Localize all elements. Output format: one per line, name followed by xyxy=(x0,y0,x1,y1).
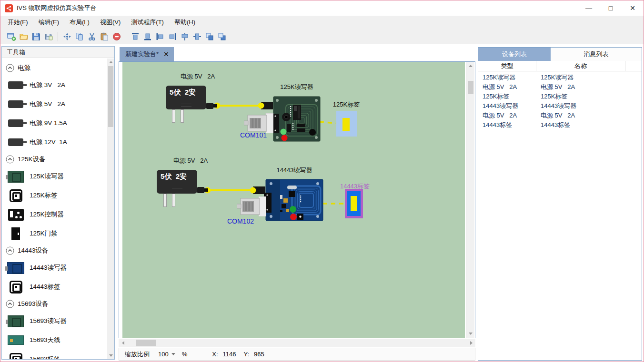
table-row[interactable]: 14443标签14443标签 xyxy=(478,120,642,130)
tab-message-list[interactable]: 消息列表 xyxy=(551,48,642,61)
table-row[interactable]: 14443读写器14443读写器 xyxy=(478,101,642,111)
power-adapter-2[interactable]: 5伏 2安 xyxy=(157,170,197,194)
toolbox-item-power-5v[interactable]: 电源 5V 2A xyxy=(2,95,107,114)
tag-125k[interactable] xyxy=(336,111,357,137)
minimize-button[interactable]: — xyxy=(578,0,600,16)
experiment-canvas[interactable]: 电源 5V 2A 5伏 2安 125K读写器 xyxy=(122,62,465,338)
statusbar: 缩放比例 100 % X: 1146 Y: 965 xyxy=(119,348,475,361)
column-type[interactable]: 类型 xyxy=(478,61,536,71)
scrollbar-thumb[interactable] xyxy=(108,66,113,127)
transform-button[interactable] xyxy=(61,30,73,43)
align-left-button[interactable] xyxy=(154,30,166,43)
save-as-button[interactable] xyxy=(42,30,55,43)
toolbox-group-125k[interactable]: 125K设备 xyxy=(2,152,107,167)
menu-help[interactable]: 帮助(H) xyxy=(169,16,201,29)
bring-to-front-button[interactable] xyxy=(203,30,216,43)
power2-label: 电源 5V 2A xyxy=(162,157,219,165)
toolbox-item-14443-reader[interactable]: 14443读写器 xyxy=(2,258,107,277)
power-adapter-icon xyxy=(2,81,30,89)
toolbox-item-power-3v[interactable]: 电源 3V 2A xyxy=(2,76,107,95)
column-name[interactable]: 名称 xyxy=(536,61,625,71)
toolbox-item-125k-reader[interactable]: 125K读写器 xyxy=(2,167,107,186)
menu-edit[interactable]: 编辑(E) xyxy=(33,16,64,29)
reader-125k[interactable] xyxy=(273,97,320,143)
scroll-right-icon[interactable] xyxy=(467,339,475,347)
toolbox-item-power-12v[interactable]: 电源 12V 1A xyxy=(2,133,107,152)
scroll-down-icon[interactable] xyxy=(466,330,475,338)
paste-button[interactable] xyxy=(98,30,111,43)
plug-prong xyxy=(172,194,175,207)
reader-14443[interactable] xyxy=(266,179,323,223)
percent-label: % xyxy=(182,351,188,358)
toolbox-group-14443[interactable]: 14443设备 xyxy=(2,243,107,258)
scroll-left-icon[interactable] xyxy=(119,339,127,347)
menubar: 开始(F) 编辑(E) 布局(L) 视图(V) 测试程序(T) 帮助(H) xyxy=(0,16,644,29)
toolbox-group-15693[interactable]: 15693设备 xyxy=(2,296,107,312)
table-row[interactable]: 电源 5V 2A电源 5V 2A xyxy=(478,111,642,120)
align-center-horizontal-button[interactable] xyxy=(179,30,191,43)
plug-prong xyxy=(163,194,167,207)
align-right-button[interactable] xyxy=(166,30,179,43)
scrollbar-thumb[interactable] xyxy=(136,340,156,346)
maximize-button[interactable]: □ xyxy=(600,0,622,16)
plug-prong xyxy=(172,109,175,123)
align-top-button[interactable] xyxy=(129,30,141,43)
tab-close-icon[interactable]: ✕ xyxy=(163,50,169,58)
power-adapter-icon xyxy=(2,100,30,108)
menu-test-program[interactable]: 测试程序(T) xyxy=(126,16,169,29)
canvas-vertical-scrollbar[interactable] xyxy=(466,62,474,338)
toolbox-item-15693-antenna[interactable]: 15693天线 xyxy=(2,331,107,350)
collapse-chevron-icon xyxy=(6,300,14,308)
zoom-select[interactable]: 100 xyxy=(158,351,175,358)
plug-tip xyxy=(213,104,217,108)
toolbox-item-125k-tag[interactable]: 125K标签 xyxy=(2,186,107,205)
menu-layout[interactable]: 布局(L) xyxy=(64,16,95,29)
send-to-back-button[interactable] xyxy=(216,30,228,43)
green-led xyxy=(290,206,296,213)
toolbox-item-15693-reader[interactable]: 15693读写器 xyxy=(2,312,107,331)
serial-connector-com102[interactable] xyxy=(237,196,266,218)
collapse-chevron-icon xyxy=(6,155,14,164)
workbench-panel: 新建实验台* ✕ 电源 xyxy=(119,47,475,361)
plug-stub xyxy=(197,187,204,193)
close-button[interactable]: ✕ xyxy=(622,0,644,16)
table-row[interactable]: 125K读写器125K读写器 xyxy=(478,73,642,82)
scrollbar-thumb[interactable] xyxy=(468,81,473,94)
menu-start[interactable]: 开始(F) xyxy=(2,16,33,29)
open-button[interactable] xyxy=(18,30,30,43)
table-row[interactable]: 125K标签125K标签 xyxy=(478,92,642,101)
power-adapter-icon xyxy=(2,119,30,127)
tab-new-workbench[interactable]: 新建实验台* ✕ xyxy=(120,47,174,61)
scroll-up-icon[interactable] xyxy=(107,59,114,66)
vent-lines xyxy=(181,104,191,107)
tab-device-list[interactable]: 设备列表 xyxy=(478,48,551,61)
reader1-label: 125K读写器 xyxy=(273,83,320,91)
app-window: IVS 物联网虚拟仿真实验平台 — □ ✕ 开始(F) 编辑(E) 布局(L) … xyxy=(0,0,644,362)
toolbox-scrollbar[interactable] xyxy=(107,59,114,359)
red-led xyxy=(282,135,288,141)
power-adapter-1[interactable]: 5伏 2安 xyxy=(166,86,206,109)
menu-view[interactable]: 视图(V) xyxy=(95,16,126,29)
new-button[interactable] xyxy=(5,30,18,43)
canvas-horizontal-scrollbar[interactable] xyxy=(119,339,475,347)
tag-14443[interactable] xyxy=(345,189,363,218)
toolbox-item-14443-tag[interactable]: 14443标签 xyxy=(2,277,107,296)
cursor-y-value: 965 xyxy=(254,351,264,358)
toolbox-item-power-9v[interactable]: 电源 9V 1.5A xyxy=(2,114,107,133)
toolbox-group-power[interactable]: 电源 xyxy=(2,60,107,76)
toolbox-item-15693-tag[interactable]: 15693标签 xyxy=(2,350,107,359)
toolbox-item-125k-controller[interactable]: 125K控制器 xyxy=(2,205,107,224)
toolbox-item-125k-door[interactable]: 125K门禁 xyxy=(2,224,107,243)
plug-tip xyxy=(204,188,208,192)
save-button[interactable] xyxy=(30,30,42,43)
green-pcb-icon xyxy=(2,171,30,183)
scroll-down-icon[interactable] xyxy=(107,352,114,359)
align-bottom-button[interactable] xyxy=(141,30,154,43)
table-row[interactable]: 电源 5V 2A电源 5V 2A xyxy=(478,82,642,92)
cut-button[interactable] xyxy=(86,30,98,43)
align-center-vertical-button[interactable] xyxy=(191,30,203,43)
delete-button[interactable] xyxy=(111,30,123,43)
tag1-label: 125K标签 xyxy=(327,100,365,109)
copy-button[interactable] xyxy=(73,30,86,43)
scroll-up-icon[interactable] xyxy=(466,62,475,70)
